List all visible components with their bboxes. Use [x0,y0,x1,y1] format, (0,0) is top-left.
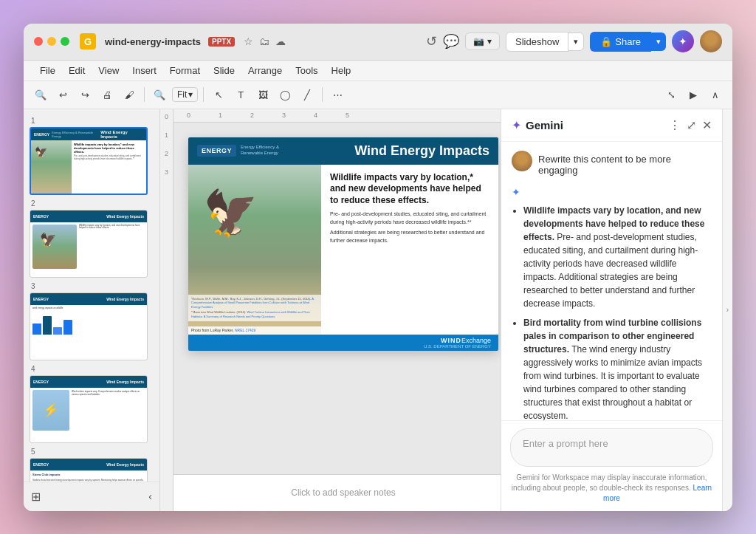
slide-3-text-content: wind energy impacts on wildlife [32,307,145,310]
slide-4-body: ⚡ Wind turbine impacts vary. Comprehensi… [30,388,147,433]
minimize-button[interactable] [47,37,56,46]
ruler-marks: 0 1 2 3 4 5 [187,112,349,119]
slide-1-title-mini: Wind Energy Impacts [100,130,143,139]
chat-icon[interactable]: 💬 [443,33,459,49]
slide-thumb-2[interactable]: 2 ENERGY Wind Energy Impacts 🦅 Wildlife … [30,199,154,278]
more-btn[interactable]: ⋯ [328,85,347,104]
response-item-1-strong: Wildlife impacts vary by location, and n… [523,205,704,242]
lock-icon: 🔒 [600,36,612,47]
slide-1-heading-mini: Wildlife impacts vary by location,* and … [74,143,144,154]
undo-btn[interactable]: ↩ [53,85,72,104]
file-title: wind-energy-impacts [105,36,201,47]
slide-4-img: ⚡ [32,390,69,431]
collapse-panel-button[interactable]: ‹ [148,490,152,502]
folder-icon[interactable]: 🗂 [259,35,269,47]
maximize-button[interactable] [61,37,69,46]
panel-collapse-handle[interactable]: › [722,109,732,511]
caption-link[interactable]: NREL 17429 [235,328,255,332]
slideshow-dropdown[interactable]: ▾ [568,32,584,51]
disclaimer-text: Gemini for Workspace may display inaccur… [510,473,713,504]
close-button[interactable] [34,37,43,46]
gemini-body: Rewrite this content to be more engaging… [501,142,722,420]
slide-canvas: ENERGY Energy Efficiency &Renewable Ener… [173,123,501,474]
canvas-area: 0 1 2 3 0 1 2 3 4 5 [160,109,501,511]
menu-tools[interactable]: Tools [289,63,323,78]
ruler-5: 5 [346,112,349,119]
gemini-title: Gemini [526,119,669,131]
slide-4-turbine: ⚡ [43,402,59,418]
text-btn[interactable]: T [231,85,250,104]
grid-view-button[interactable]: ⊞ [31,490,41,504]
speaker-notes-placeholder: Click to add speaker notes [291,487,395,498]
more-options-icon[interactable]: ⋮ [669,118,681,132]
share-dropdown[interactable]: ▾ [651,32,666,51]
menu-help[interactable]: Help [326,63,357,78]
close-icon[interactable]: ✕ [702,118,712,132]
gemini-toolbar-button[interactable]: ✦ [672,30,694,52]
slide-5-energy: ENERGY [33,462,49,467]
redo-btn[interactable]: ↪ [75,85,94,104]
photo-caption: Photo from LuRay Parker, NREL 17429 [188,326,321,335]
cloud-icon[interactable]: ☁ [275,35,286,47]
slide-2-body-text: Wildlife impacts vary by location, and n… [79,225,145,230]
windexchange-logo: WINDExchange [424,337,491,344]
star-icon[interactable]: ☆ [244,35,253,47]
user-message-text: Rewrite this content to be more engaging [538,151,712,176]
menu-format[interactable]: Format [164,63,206,78]
history-icon[interactable]: ↺ [426,33,437,49]
image-btn[interactable]: 🖼 [253,85,272,104]
paint-format-btn[interactable]: 🖌 [120,85,139,104]
speaker-notes[interactable]: Click to add speaker notes [173,474,501,511]
expand-btn[interactable]: ⤡ [662,85,681,104]
slide-thumb-1[interactable]: 1 ENERGY Energy Efficiency & Renewable E… [30,117,154,195]
slide-1-body-mini: Pre- and post-development studies, educa… [74,155,144,161]
meet-button[interactable]: 📷 ▾ [465,32,500,50]
ruler-top: 0 1 2 3 4 5 [173,109,501,123]
gemini-footer: Enter a prompt here Gemini for Workspace… [501,420,722,511]
slide-thumb-5[interactable]: 5 ENERGY Wind Energy Impacts Sierra Club… [30,448,154,482]
slide-4-text-content: Wind turbine impacts vary. Comprehensive… [72,390,145,396]
slide-5-header: ENERGY Wind Energy Impacts [30,459,147,470]
zoom-control[interactable]: Fit ▾ [172,87,198,102]
toolbar-right: ⤡ ▶ ∧ [662,85,725,104]
menu-file[interactable]: File [34,63,61,78]
ruler-mark-2: 2 [165,150,168,157]
line-btn[interactable]: ╱ [298,85,317,104]
menu-edit[interactable]: Edit [63,63,91,78]
slide-1-bird: 🦅 [35,146,47,158]
exchange-text: Exchange [461,337,491,344]
pointer-mode-btn[interactable]: ▶ [684,85,703,104]
menu-view[interactable]: View [92,63,125,78]
slide-image-5: ENERGY Wind Energy Impacts Sierra Club i… [30,458,148,482]
slide-thumb-4[interactable]: 4 ENERGY Wind Energy Impacts ⚡ Wind turb… [30,365,154,443]
expand-icon[interactable]: ⤢ [687,118,696,132]
user-avatar[interactable] [700,30,722,52]
menu-insert[interactable]: Insert [126,63,162,78]
slide-text-area: Wildlife impacts vary by location,* and … [321,165,498,335]
slide-1-bird-area: 🦅 [31,140,72,194]
menu-slide[interactable]: Slide [207,63,241,78]
learn-more-link[interactable]: Learn more [603,484,712,502]
slide-2-img: 🦅 [32,225,77,269]
zoom-level-btn[interactable]: 🔍 [150,85,169,104]
footnote-2-link[interactable]: Wind Turbine Interactions with Wildlife … [191,310,310,318]
zoom-out-btn[interactable]: 🔍 [31,85,50,104]
slide-main[interactable]: ENERGY Energy Efficiency &Renewable Ener… [188,137,498,351]
prompt-input[interactable]: Enter a prompt here [510,428,713,467]
print-btn[interactable]: 🖨 [97,85,117,104]
slideshow-button[interactable]: Slideshow [506,32,568,52]
footnote-1-link[interactable]: A Comprehensive Analysis of Small Passer… [191,297,314,309]
caption-text: Photo from LuRay Parker, NREL 17429 [191,328,255,332]
more-tools-btn[interactable]: ∧ [706,85,725,104]
gemini-response-list: Wildlife impacts vary by location, and n… [512,204,712,420]
bird-image: 🦅 [203,187,258,239]
wind-text: WIND [441,337,461,344]
shape-btn[interactable]: ◯ [275,85,295,104]
slide-2-energy: ENERGY [33,214,49,219]
ruler-4: 4 [314,112,317,119]
cursor-btn[interactable]: ↖ [209,85,228,104]
slide-thumb-3[interactable]: 3 ENERGY Wind Energy Impacts wind energy… [30,282,154,360]
menu-arrange[interactable]: Arrange [242,63,288,78]
share-button[interactable]: 🔒 Share [590,32,651,52]
slide-panel-bottom: ⊞ ‹ [24,482,159,511]
